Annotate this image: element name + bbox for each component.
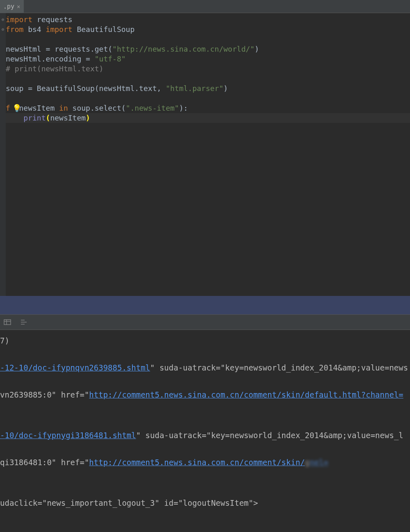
collapse-icon[interactable]: ⊖ bbox=[0, 25, 6, 34]
wrap-icon[interactable] bbox=[20, 318, 28, 326]
console-line bbox=[0, 402, 410, 415]
console-line bbox=[0, 348, 410, 361]
table-icon[interactable] bbox=[3, 318, 11, 326]
code-line: soup = BeautifulSoup(newsHtml.text, "htm… bbox=[6, 84, 410, 93]
console-line bbox=[0, 483, 410, 496]
tab-bar: .py × bbox=[0, 0, 410, 13]
tab-label: .py bbox=[3, 3, 14, 10]
console-line: udaclick="news_important_logout_3" id="l… bbox=[0, 496, 410, 510]
svg-rect-0 bbox=[4, 320, 11, 325]
code-line: # print(newsHtml.text) bbox=[6, 64, 410, 74]
console-link[interactable]: http://comment5.news.sina.com.cn/comment… bbox=[89, 458, 305, 467]
code-line: f newsItem in soup.select(".news-item"): bbox=[6, 103, 410, 113]
collapse-icon[interactable]: ⊖ bbox=[0, 15, 6, 25]
console-line bbox=[0, 375, 410, 388]
console-line: -10/doc-ifypnygi3186481.shtml" suda-uatr… bbox=[0, 429, 410, 442]
code-line: import requests bbox=[6, 15, 410, 25]
code-line: from bs4 import BeautifulSoup bbox=[6, 25, 410, 34]
console-link[interactable]: http://comment5.news.sina.com.cn/comment… bbox=[89, 390, 403, 399]
console-line bbox=[0, 415, 410, 429]
console-link[interactable]: -12-10/doc-ifypnqvn2639885.shtml bbox=[0, 363, 150, 372]
code-line-active: print(newsItem) bbox=[6, 113, 410, 123]
lightbulb-icon[interactable]: 💡 bbox=[12, 103, 21, 113]
console-line bbox=[0, 469, 410, 483]
code-line: newsHtml = requests.get("http://news.sin… bbox=[6, 44, 410, 54]
console-output[interactable]: 7) -12-10/doc-ifypnqvn2639885.shtml" sud… bbox=[0, 330, 410, 532]
code-line: newsHtml.encoding = "utf-8" bbox=[6, 54, 410, 64]
code-line bbox=[6, 34, 410, 44]
editor-tab[interactable]: .py × bbox=[0, 0, 24, 13]
console-line: qi3186481:0" href="http://comment5.news.… bbox=[0, 456, 410, 469]
console-line: vn2639885:0" href="http://comment5.news.… bbox=[0, 388, 410, 402]
panel-separator[interactable] bbox=[0, 296, 410, 314]
code-line bbox=[6, 93, 410, 103]
code-area[interactable]: 💡 import requests from bs4 import Beauti… bbox=[6, 13, 410, 296]
console-toolbar bbox=[0, 314, 410, 330]
editor: ⊖ ⊖ 💡 import requests from bs4 import Be… bbox=[0, 13, 410, 296]
console-line: -12-10/doc-ifypnqvn2639885.shtml" suda-u… bbox=[0, 361, 410, 375]
close-icon[interactable]: × bbox=[17, 3, 20, 10]
console-line bbox=[0, 442, 410, 456]
console-link[interactable]: -10/doc-ifypnygi3186481.shtml bbox=[0, 431, 136, 440]
code-line bbox=[6, 74, 410, 84]
gutter: ⊖ ⊖ bbox=[0, 13, 6, 296]
console-line: 7) bbox=[0, 334, 410, 348]
